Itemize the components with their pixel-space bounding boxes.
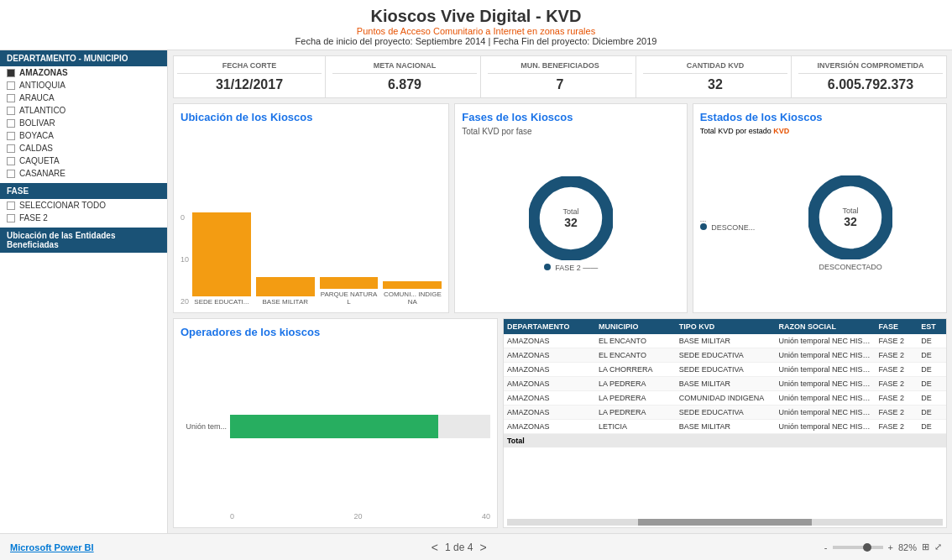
table-row[interactable]: AMAZONASEL ENCANTOBASE MILITARUnión temp… (504, 334, 946, 348)
estados-legend-label: DESCONE... (711, 223, 755, 232)
estados-subtitle-prefix: Total KVD por estado (700, 127, 774, 135)
table-cell: DE (918, 377, 946, 391)
fit-icon[interactable]: ⊞ (922, 542, 929, 552)
sidebar-dept-item[interactable]: ATLANTICO (0, 104, 167, 117)
bar (192, 212, 251, 296)
dept-label: AMAZONAS (19, 68, 68, 77)
powerbi-link[interactable]: Microsoft Power BI (10, 542, 94, 552)
dept-checkbox[interactable] (7, 170, 15, 178)
donut-label-estados: Total (843, 207, 859, 215)
fullscreen-icon[interactable]: ⤢ (934, 542, 942, 552)
y-axis-label: 0 (180, 213, 189, 222)
zoom-slider[interactable] (833, 546, 883, 549)
page-title: Kioscos Vive Digital - KVD (0, 7, 952, 26)
dept-checkbox[interactable] (7, 144, 15, 153)
table-cell: DE (918, 348, 946, 363)
fase-checkbox[interactable] (7, 201, 15, 210)
kpi-value: 6.879 (332, 77, 477, 92)
ubicacion-title: Ubicación de los Kioscos (180, 111, 442, 123)
table-row[interactable]: AMAZONASEL ENCANTOSEDE EDUCATIVAUnión te… (504, 348, 946, 363)
sidebar-dept-item[interactable]: CAQUETA (0, 154, 167, 167)
table-cell: AMAZONAS (504, 363, 595, 377)
table-cell: BASE MILITAR (676, 420, 776, 434)
table-row[interactable]: AMAZONASLA PEDRERABASE MILITARUnión temp… (504, 377, 946, 391)
dept-label: CAQUETA (19, 156, 60, 165)
kpi-card: MUN. BENEFICIADOS7 (484, 56, 636, 97)
nav-next[interactable]: > (479, 541, 486, 554)
kpi-label: CANTIDAD KVD (643, 61, 787, 74)
horiz-bar-fill (230, 415, 438, 438)
table-footer-empty (595, 434, 946, 448)
dept-checkbox[interactable] (7, 107, 15, 115)
horiz-x-label: 20 (353, 512, 362, 521)
table-cell: DE (918, 420, 946, 434)
table-row[interactable]: AMAZONASLA PEDRERASEDE EDUCATIVAUnión te… (504, 406, 946, 420)
table-cell: BASE MILITAR (676, 334, 776, 348)
sidebar-fase-item[interactable]: FASE 2 (0, 212, 167, 224)
table-cell: DE (918, 334, 946, 348)
zoom-minus[interactable]: - (824, 542, 828, 552)
dept-checkbox[interactable] (7, 69, 15, 77)
fase-checkbox[interactable] (7, 214, 15, 222)
sidebar-dept-item[interactable]: CALDAS (0, 142, 167, 154)
table-cell: SEDE EDUCATIVA (676, 363, 776, 377)
estados-title: Estados de los Kioscos (700, 111, 939, 123)
donut-value-estados: 32 (843, 215, 859, 228)
horiz-bar-track (230, 415, 490, 438)
table-cell: SEDE EDUCATIVA (676, 348, 776, 363)
table-cell: DE (918, 391, 946, 406)
fases-donut: Total 32 FASE 2 —— (462, 143, 679, 306)
sidebar-fase-item[interactable]: SELECCIONAR TODO (0, 199, 167, 212)
scroll-bar[interactable] (507, 519, 943, 526)
kpi-value: 6.005.792.373 (798, 77, 943, 92)
table-cell: Unión temporal NEC HISPASAT (776, 334, 876, 348)
donut-wrap-estados: Total 32 (808, 175, 892, 259)
table-scroll[interactable]: DEPARTAMENTOMUNICIPIOTIPO KVDRAZON SOCIA… (504, 319, 946, 517)
dept-checkbox[interactable] (7, 119, 15, 128)
sidebar-dept-item[interactable]: AMAZONAS (0, 66, 167, 79)
table-cell: LA PEDRERA (595, 406, 676, 420)
sidebar-dept-item[interactable]: ANTIOQUIA (0, 79, 167, 92)
table-row[interactable]: AMAZONASLA CHORRERASEDE EDUCATIVAUnión t… (504, 363, 946, 377)
bar (256, 277, 315, 296)
zoom-level: 82% (898, 542, 917, 552)
fases-chart: Fases de los Kioscos Total KVD por fase … (454, 103, 687, 313)
table-cell: FASE 2 (875, 334, 918, 348)
dept-checkbox[interactable] (7, 94, 15, 102)
sidebar-dept-item[interactable]: CASANARE (0, 167, 167, 180)
table-column-header: EST (918, 319, 946, 334)
fases-legend: FASE 2 —— (544, 264, 599, 272)
table-cell: SEDE EDUCATIVA (676, 406, 776, 420)
table-row[interactable]: AMAZONASLETICIABASE MILITARUnión tempora… (504, 420, 946, 434)
donut-value-fases: 32 (562, 216, 578, 229)
table-header-row: DEPARTAMENTOMUNICIPIOTIPO KVDRAZON SOCIA… (504, 319, 946, 334)
zoom-plus[interactable]: + (888, 542, 893, 552)
ubicacion-section-title: Ubicación de las Entidades Beneficiadas (0, 228, 167, 253)
dept-checkbox[interactable] (7, 132, 15, 140)
fases-legend-dot (544, 264, 551, 270)
table-cell: BASE MILITAR (676, 377, 776, 391)
kpi-card: FECHA CORTE31/12/2017 (174, 56, 326, 97)
sidebar-dept-item[interactable]: BOYACA (0, 129, 167, 142)
estados-legend-items: ... DESCONE... (700, 215, 756, 232)
fases-subtitle: Total KVD por fase (462, 127, 679, 136)
horiz-x-axis: 02040 (180, 512, 490, 521)
dept-checkbox[interactable] (7, 157, 15, 165)
dept-label: BOYACA (19, 131, 54, 140)
dept-section: DEPARTAMENTO - MUNICIPIO AMAZONASANTIOQU… (0, 50, 167, 180)
dept-checkbox[interactable] (7, 81, 15, 90)
nav-prev[interactable]: < (432, 541, 438, 554)
table-cell: FASE 2 (875, 420, 918, 434)
table-head: DEPARTAMENTOMUNICIPIOTIPO KVDRAZON SOCIA… (504, 319, 946, 334)
table-cell: FASE 2 (875, 363, 918, 377)
horiz-bar-label: Unión tem... (180, 422, 227, 431)
bar-chart: SEDE EDUCATI...BASE MILITARPARQUE NATURA… (192, 213, 442, 306)
donut-center-fases: Total 32 (562, 207, 578, 229)
sidebar-dept-item[interactable]: BOLIVAR (0, 117, 167, 129)
bar (383, 281, 442, 289)
estados-chart: Estados de los Kioscos Total KVD por est… (693, 103, 947, 313)
sidebar-dept-item[interactable]: ARAUCA (0, 92, 167, 104)
table-row[interactable]: AMAZONASLA PEDRERACOMUNIDAD INDIGENAUnió… (504, 391, 946, 406)
table-cell: Unión temporal NEC HISPASAT (776, 420, 876, 434)
table-footer-label: Total (504, 434, 595, 448)
